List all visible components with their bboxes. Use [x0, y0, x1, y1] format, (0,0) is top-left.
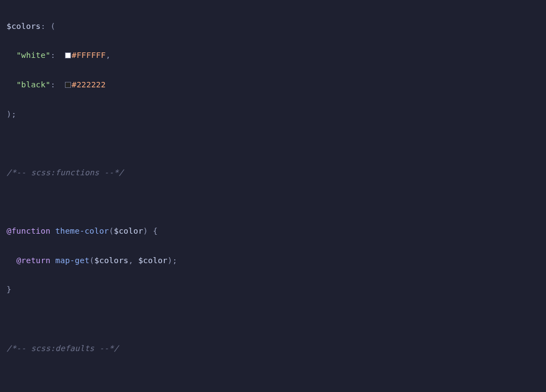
code-line: $colors: (: [7, 19, 539, 34]
at-rule-token: @return: [16, 256, 51, 265]
semicolon-token: ;: [11, 110, 16, 118]
string-token: "black": [16, 80, 51, 89]
builtin-token: map-get: [55, 256, 90, 265]
paren-token: (: [50, 22, 55, 31]
hex-color-token: #222222: [72, 80, 106, 89]
brace-token: {: [153, 227, 158, 235]
code-editor[interactable]: $colors: ( "white": #FFFFFF, "black": #2…: [7, 4, 539, 392]
paren-token: ): [7, 110, 11, 118]
comma-token: ,: [128, 256, 133, 265]
code-line: "black": #222222: [7, 78, 539, 92]
color-swatch-icon: [65, 82, 71, 88]
paren-token: ): [143, 227, 148, 235]
blank-line: [7, 370, 539, 385]
code-line: @return map-get($colors, $color);: [7, 253, 539, 268]
variable-token: $color: [138, 256, 168, 265]
variable-token: $colors: [7, 22, 41, 31]
code-line: /*-- scss:defaults --*/: [7, 341, 539, 356]
variable-token: $colors: [94, 256, 129, 265]
colon-token: :: [50, 80, 55, 89]
variable-token: $color: [114, 227, 143, 235]
brace-token: }: [7, 285, 11, 294]
code-line: /*-- scss:functions --*/: [7, 165, 539, 180]
code-line: }: [7, 282, 539, 297]
hex-color-token: #FFFFFF: [72, 51, 106, 60]
blank-line: [7, 195, 539, 210]
comma-token: ,: [106, 51, 111, 60]
blank-line: [7, 136, 539, 151]
code-line: "white": #FFFFFF,: [7, 48, 539, 63]
string-token: "white": [16, 51, 51, 60]
semicolon-token: ;: [173, 256, 177, 265]
colon-token: :: [50, 51, 55, 60]
comment-token: /*-- scss:defaults --*/: [7, 344, 118, 353]
paren-token: ): [168, 256, 173, 265]
comment-token: /*-- scss:functions --*/: [7, 168, 123, 177]
color-swatch-icon: [65, 52, 71, 58]
colon-token: :: [41, 22, 46, 31]
paren-token: (: [90, 256, 94, 265]
blank-line: [7, 312, 539, 326]
at-rule-token: @function: [7, 227, 50, 235]
code-line: @function theme-color($color) {: [7, 224, 539, 239]
code-line: );: [7, 107, 539, 122]
function-name-token: theme-color: [55, 227, 109, 235]
